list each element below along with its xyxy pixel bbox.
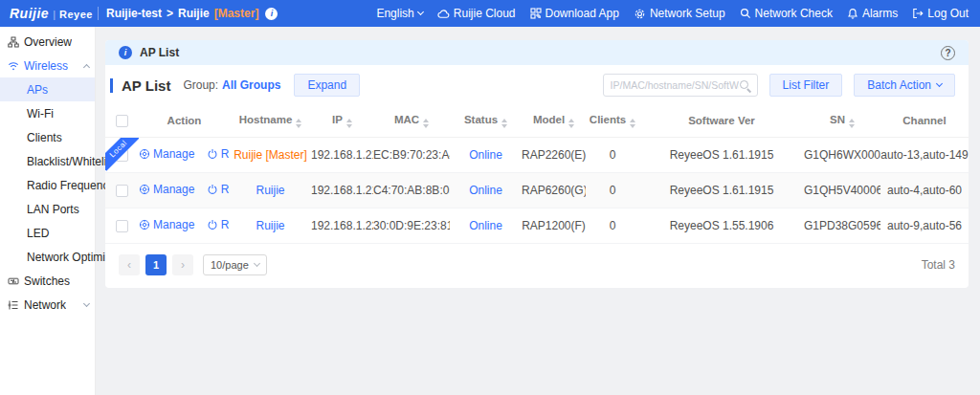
col-mac[interactable]: MAC <box>373 105 450 137</box>
sidebar-item-network-optimization[interactable]: Network Optimization <box>0 245 95 269</box>
page-size-select[interactable]: 10/page <box>203 254 267 275</box>
network-icon <box>8 299 19 311</box>
sort-icon[interactable] <box>346 119 352 128</box>
cell-mac: 30:0D:9E:23:81:87 <box>373 208 450 243</box>
table-row: Manage Reboot Ruijie 192.168.1.213 C4:70… <box>105 172 969 208</box>
breadcrumb-network-name[interactable]: Ruijie-test <box>106 7 162 20</box>
language-label: English <box>376 7 413 20</box>
sidebar-label-wireless: Wireless <box>24 59 68 73</box>
batch-action-button[interactable]: Batch Action <box>854 74 955 97</box>
select-all-checkbox[interactable] <box>116 115 128 127</box>
cell-clients: 0 <box>586 172 639 208</box>
cell-sn: G1PD38G059618 <box>804 208 880 243</box>
breadcrumb-separator: > <box>167 7 173 20</box>
help-icon[interactable]: ? <box>941 46 955 60</box>
chevron-down-icon <box>254 259 260 266</box>
sidebar-item-network[interactable]: Network <box>0 293 95 317</box>
list-filter-button[interactable]: List Filter <box>769 74 843 97</box>
prev-page-button[interactable]: ‹ <box>119 254 140 275</box>
group-selector[interactable]: All Groups <box>222 78 280 92</box>
sitemap-icon <box>8 36 19 48</box>
sidebar-item-blacklist-whitelist[interactable]: Blacklist/Whitelist <box>0 149 95 173</box>
row-checkbox[interactable] <box>116 220 128 232</box>
sidebar-item-wifi[interactable]: Wi-Fi <box>0 101 95 125</box>
col-hostname[interactable]: Hostname <box>230 105 311 137</box>
download-app-label: Download App <box>546 7 619 20</box>
col-clients[interactable]: Clients <box>586 105 639 137</box>
sort-icon[interactable] <box>423 119 429 128</box>
network-setup-link[interactable]: Network Setup <box>634 7 725 20</box>
reboot-power-icon <box>207 219 218 230</box>
cell-status: Online <box>450 137 522 172</box>
manage-link[interactable]: Manage <box>139 183 194 196</box>
sidebar-item-led[interactable]: LED <box>0 221 95 245</box>
reboot-link[interactable]: Reboot <box>207 147 230 161</box>
col-status[interactable]: Status <box>450 105 522 137</box>
hostname-link[interactable]: Ruijie <box>256 184 284 197</box>
magnifier-icon <box>740 8 751 19</box>
manage-gear-icon <box>139 219 150 230</box>
pagination: ‹ 1 › 10/page Total 3 <box>105 244 969 288</box>
sort-icon[interactable] <box>630 119 635 128</box>
reboot-link[interactable]: Reboot <box>207 183 230 196</box>
logo-reyee: Reyee <box>59 9 93 20</box>
sort-icon[interactable] <box>501 119 507 128</box>
qr-code-icon <box>530 8 542 19</box>
next-page-button[interactable]: › <box>172 254 193 275</box>
reboot-link[interactable]: Reboot <box>207 218 230 231</box>
cell-hostname: Ruijie <box>230 208 311 243</box>
hostname-link[interactable]: Ruijie [Master] <box>234 148 307 162</box>
sidebar-item-overview[interactable]: Overview <box>0 30 95 54</box>
sidebar-item-wireless[interactable]: Wireless <box>0 54 95 77</box>
total-count: Total 3 <box>922 258 955 272</box>
manage-link[interactable]: Manage <box>139 218 194 231</box>
sidebar-item-radio-frequency[interactable]: Radio Frequency <box>0 173 95 197</box>
status-badge: Online <box>469 184 502 197</box>
expand-button[interactable]: Expand <box>294 74 360 97</box>
cell-model: RAP1200(F) <box>522 208 586 243</box>
row-select-cell <box>105 208 139 243</box>
search-box <box>603 74 758 97</box>
cell-clients: 0 <box>586 137 639 172</box>
network-check-link[interactable]: Network Check <box>740 7 833 20</box>
col-ip[interactable]: IP <box>311 105 373 137</box>
info-icon[interactable]: i <box>265 8 278 20</box>
hostname-link[interactable]: Ruijie <box>256 219 284 232</box>
cell-channel: auto-13,auto-149 <box>880 137 969 172</box>
page-number-button[interactable]: 1 <box>145 254 167 275</box>
download-app-link[interactable]: Download App <box>530 7 619 20</box>
row-checkbox[interactable] <box>116 185 128 197</box>
reboot-power-icon <box>207 148 218 160</box>
search-icon[interactable] <box>739 79 751 92</box>
row-actions: Manage Reboot <box>139 137 230 172</box>
sidebar-item-lan-ports[interactable]: LAN Ports <box>0 197 95 221</box>
sort-icon[interactable] <box>849 119 855 128</box>
manage-link[interactable]: Manage <box>139 147 194 161</box>
col-sn[interactable]: SN <box>804 105 880 137</box>
logout-link[interactable]: Log Out <box>912 7 969 20</box>
ap-list-panel: i AP List ? AP List Group: All Groups Ex… <box>105 40 969 288</box>
logo-divider: | <box>53 9 56 20</box>
alarms-link[interactable]: Alarms <box>847 7 898 20</box>
sidebar-label-network: Network <box>24 298 66 312</box>
cell-channel: auto-4,auto-60 <box>880 172 969 208</box>
language-selector[interactable]: English <box>376 7 422 20</box>
col-model[interactable]: Model <box>522 105 586 137</box>
group-label: Group: <box>183 78 218 92</box>
logout-icon <box>912 8 924 19</box>
search-input[interactable] <box>611 79 739 91</box>
breadcrumb-device-name[interactable]: Ruijie <box>178 7 210 20</box>
sidebar-item-clients[interactable]: Clients <box>0 125 95 149</box>
breadcrumb: Ruijie-test > Ruijie [Master] i <box>106 7 278 20</box>
sort-icon[interactable] <box>568 119 574 128</box>
ruijie-cloud-link[interactable]: Ruijie Cloud <box>437 7 516 20</box>
cell-software-ver: ReyeeOS 1.55.1906 <box>639 208 804 243</box>
select-all-header <box>105 105 139 137</box>
alarms-label: Alarms <box>862 7 898 20</box>
sidebar-item-switches[interactable]: Switches <box>0 269 95 293</box>
chevron-up-icon <box>83 63 90 70</box>
toolbar: AP List Group: All Groups Expand List Fi… <box>105 65 969 105</box>
sidebar-item-aps[interactable]: APs <box>0 77 95 101</box>
sort-icon[interactable] <box>296 119 301 128</box>
screen: Ruijie | Reyee Ruijie-test > Ruijie [Mas… <box>0 0 980 395</box>
